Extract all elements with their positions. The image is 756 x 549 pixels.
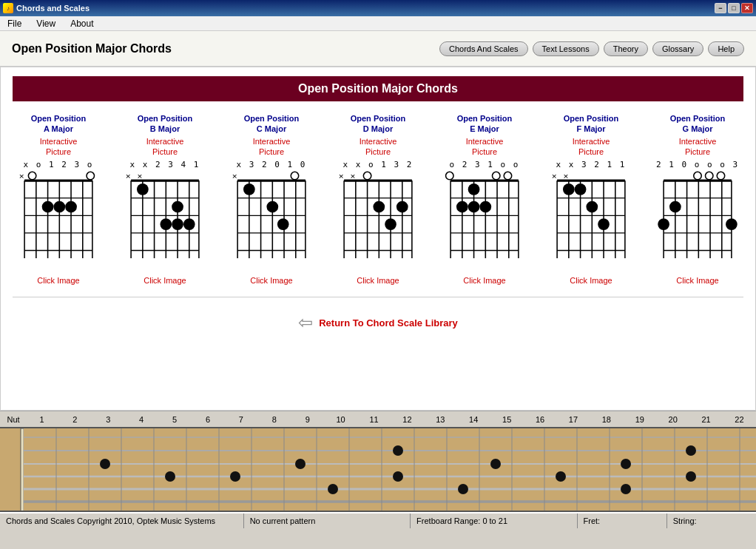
fret-num-2: 2 xyxy=(58,415,92,424)
chords-scales-button[interactable]: Chords And Scales xyxy=(439,41,528,56)
svg-point-36 xyxy=(183,218,195,230)
fret-num-17: 17 xyxy=(557,415,590,424)
toolbar-buttons: Chords And Scales Text Lessons Theory Gl… xyxy=(439,41,744,56)
chord-b-major: Open PositionB Major InteractivePicture … xyxy=(118,113,212,285)
fret-num-6: 6 xyxy=(192,415,225,424)
chord-f-fingering: x x 3 2 1 1 xyxy=(547,160,635,169)
svg-text:×: × xyxy=(232,171,237,180)
chord-c-svg: × xyxy=(228,171,315,268)
chord-c-click[interactable]: Click Image xyxy=(250,276,292,285)
fret-num-19: 19 xyxy=(623,415,656,424)
menu-view[interactable]: View xyxy=(32,17,60,30)
return-section: ⇦ Return To Chord Scale Library xyxy=(1,303,755,342)
chord-c-interactive[interactable]: InteractivePicture xyxy=(253,136,291,158)
toolbar: Open Position Major Chords Chords And Sc… xyxy=(0,31,756,67)
svg-point-51 xyxy=(243,183,255,195)
svg-point-17 xyxy=(87,172,94,179)
status-copyright: Chords and Scales Copyright 2010, Optek … xyxy=(0,513,244,528)
chord-a-major: Open PositionA Major InteractivePicture … xyxy=(11,113,106,285)
chord-f-interactive[interactable]: InteractivePicture xyxy=(573,136,610,158)
chord-a-svg: × xyxy=(15,171,102,268)
svg-point-32 xyxy=(137,183,149,195)
fretboard-visual[interactable] xyxy=(0,427,756,512)
chord-f-svg: × × xyxy=(547,171,635,268)
svg-text:×: × xyxy=(339,171,344,180)
fret-num-9: 9 xyxy=(291,415,324,424)
chord-d-fingering: x x o 1 3 2 xyxy=(334,160,422,169)
chord-e-click[interactable]: Click Image xyxy=(463,276,505,285)
maximize-button[interactable]: □ xyxy=(728,3,740,13)
theory-button[interactable]: Theory xyxy=(604,41,648,56)
svg-point-13 xyxy=(28,172,36,179)
fretboard-container: Nut 1 2 3 4 5 6 7 8 9 10 11 12 13 14 15 … xyxy=(0,411,756,512)
titlebar-title: Chords and Scales xyxy=(16,4,90,13)
svg-point-162 xyxy=(295,459,306,469)
help-button[interactable]: Help xyxy=(708,41,744,56)
chord-b-title: Open PositionB Major xyxy=(138,113,193,135)
svg-point-165 xyxy=(393,471,403,482)
chord-c-diagram[interactable]: x 3 2 0 1 0 × xyxy=(228,160,315,270)
chord-f-diagram[interactable]: x x 3 2 1 1 × × xyxy=(547,160,635,270)
menubar: File View About xyxy=(0,16,756,31)
menu-about[interactable]: About xyxy=(66,17,98,30)
minimize-button[interactable]: − xyxy=(715,3,726,13)
svg-point-170 xyxy=(621,484,631,494)
svg-point-108 xyxy=(598,218,610,230)
svg-point-35 xyxy=(172,218,183,230)
svg-point-70 xyxy=(396,201,408,213)
glossary-button[interactable]: Glossary xyxy=(652,41,703,56)
chord-d-title: Open PositionD Major xyxy=(351,113,406,135)
chord-a-diagram[interactable]: x o 1 2 3 o × xyxy=(15,160,102,270)
fret-num-10: 10 xyxy=(324,415,357,424)
chord-g-fingering: 2 1 0 o o o 3 xyxy=(654,160,741,169)
chord-d-interactive[interactable]: InteractivePicture xyxy=(360,136,397,158)
main-content: Open Position Major Chords Open Position… xyxy=(0,67,756,411)
svg-point-126 xyxy=(658,218,669,230)
svg-point-124 xyxy=(669,201,681,213)
chord-b-fingering: x x 2 3 4 1 xyxy=(121,160,209,169)
svg-point-50 xyxy=(291,172,298,179)
chord-g-diagram[interactable]: 2 1 0 o o o 3 xyxy=(654,160,741,270)
menu-file[interactable]: File xyxy=(3,17,26,30)
fret-num-13: 13 xyxy=(424,415,457,424)
svg-point-88 xyxy=(456,201,468,213)
svg-rect-130 xyxy=(24,428,756,511)
chord-b-interactive[interactable]: InteractivePicture xyxy=(146,136,184,158)
fret-num-12: 12 xyxy=(391,415,424,424)
return-link[interactable]: Return To Chord Scale Library xyxy=(319,317,458,329)
svg-point-161 xyxy=(230,471,240,482)
svg-rect-127 xyxy=(0,428,24,511)
chord-a-click[interactable]: Click Image xyxy=(37,276,79,285)
svg-point-172 xyxy=(686,471,696,482)
svg-point-52 xyxy=(266,201,278,213)
fret-num-14: 14 xyxy=(457,415,490,424)
chord-a-interactive[interactable]: InteractivePicture xyxy=(40,136,78,158)
chord-b-click[interactable]: Click Image xyxy=(144,276,186,285)
svg-point-167 xyxy=(490,459,501,469)
chord-d-diagram[interactable]: x x o 1 3 2 × × xyxy=(334,160,422,270)
svg-point-168 xyxy=(556,471,566,482)
fret-num-15: 15 xyxy=(490,415,524,424)
svg-point-122 xyxy=(705,172,712,179)
chord-d-major: Open PositionD Major InteractivePicture … xyxy=(331,113,425,285)
svg-point-121 xyxy=(694,172,701,179)
chord-a-title: Open PositionA Major xyxy=(31,113,87,135)
close-button[interactable]: ✕ xyxy=(741,3,753,13)
fret-num-20: 20 xyxy=(656,415,689,424)
chord-g-major: Open PositionG Major InteractivePicture … xyxy=(650,113,745,285)
chord-d-click[interactable]: Click Image xyxy=(357,276,399,285)
chord-e-interactive[interactable]: InteractivePicture xyxy=(466,136,504,158)
chord-f-click[interactable]: Click Image xyxy=(570,276,612,285)
section-header: Open Position Major Chords xyxy=(13,76,743,101)
svg-point-171 xyxy=(686,445,696,456)
text-lessons-button[interactable]: Text Lessons xyxy=(533,41,599,56)
fret-num-5: 5 xyxy=(158,415,192,424)
chord-b-diagram[interactable]: x x 2 3 4 1 × × xyxy=(121,160,209,270)
chord-e-svg xyxy=(441,171,528,268)
fret-num-18: 18 xyxy=(590,415,623,424)
fret-num-11: 11 xyxy=(357,415,391,424)
chord-e-diagram[interactable]: o 2 3 1 o o xyxy=(441,160,528,270)
chord-g-click[interactable]: Click Image xyxy=(676,276,718,285)
chord-c-major: Open PositionC Major InteractivePicture … xyxy=(224,113,319,285)
chord-g-interactive[interactable]: InteractivePicture xyxy=(679,136,717,158)
